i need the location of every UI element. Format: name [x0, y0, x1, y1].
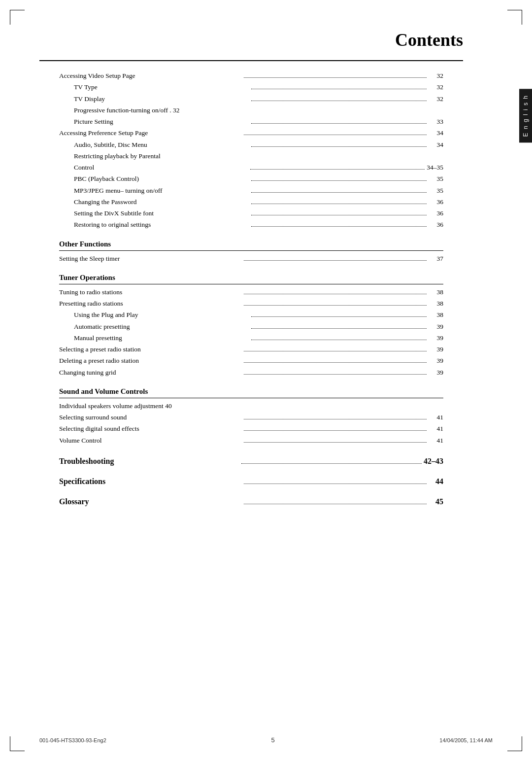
toc-page: 32 [429, 82, 443, 92]
toc-label: Manual presetting [74, 333, 249, 343]
toc-label: Troubleshooting [59, 455, 239, 467]
toc-item-restricting: Restricting playback by Parental [59, 151, 443, 161]
toc-page: 39 [429, 322, 443, 332]
toc-label: Setting the DivX Subtitle font [74, 208, 249, 218]
page-footer: 001-045-HTS3300-93-Eng2 5 14/04/2005, 11… [0, 736, 532, 744]
toc-dots [244, 305, 427, 306]
toc-item-divx: Setting the DivX Subtitle font 36 [59, 208, 443, 218]
toc-item-presetting: Presetting radio stations 38 [59, 299, 443, 309]
toc-label: Specifications [59, 476, 242, 487]
toc-item-control: Control 34–35 [59, 163, 443, 173]
toc-dots [244, 442, 427, 443]
toc-dots [244, 504, 427, 504]
toc-item-accessing-video: Accessing Video Setup Page 32 [59, 71, 443, 81]
toc-label: Restricting playback by Parental [74, 151, 443, 161]
toc-label: TV Type [74, 82, 249, 92]
toc-dots [251, 180, 427, 181]
toc-item-pbc: PBC (Playback Control) 35 [59, 174, 443, 184]
section-header-tuner: Tuner Operations [59, 274, 443, 284]
toc-content: Accessing Video Setup Page 32 TV Type 32… [39, 71, 493, 508]
toc-dots [251, 101, 427, 101]
toc-item-audio-subtitle: Audio, Subtitle, Disc Menu 34 [59, 140, 443, 150]
toc-item-volume-control: Volume Control 41 [59, 436, 443, 446]
toc-dots [251, 328, 427, 329]
toc-item-auto-presetting: Automatic presetting 39 [59, 322, 443, 332]
toc-section-video: Accessing Video Setup Page 32 TV Type 32… [59, 71, 443, 230]
toc-label: Tuning to radio stations [59, 287, 242, 297]
toc-dots [250, 169, 425, 170]
toc-page: 41 [429, 413, 443, 422]
toc-dots [244, 484, 427, 484]
toc-label: Picture Setting [74, 117, 249, 127]
footer-page-number: 5 [271, 736, 274, 744]
toc-dots [251, 340, 427, 340]
toc-page: 36 [429, 197, 443, 207]
toc-page: 37 [429, 254, 443, 264]
toc-dots [244, 77, 427, 78]
toc-label: TV Display [74, 94, 249, 104]
toc-item-delete-preset: Deleting a preset radio station 39 [59, 356, 443, 366]
toc-dots [251, 146, 427, 147]
toc-dots [244, 374, 427, 375]
toc-item-tuning-grid: Changing tuning grid 39 [59, 368, 443, 378]
toc-dots [251, 226, 427, 227]
toc-page: 36 [429, 208, 443, 218]
toc-label: Individual speakers volume adjustment 40 [59, 401, 443, 411]
toc-item-tv-type: TV Type 32 [59, 82, 443, 92]
toc-label: Progressive function-turning on/off . 32 [74, 105, 443, 115]
toc-item-sleep: Setting the Sleep timer 37 [59, 254, 443, 264]
toc-page: 38 [429, 299, 443, 309]
toc-dots [251, 316, 427, 317]
toc-dots [244, 351, 427, 351]
toc-page: 44 [429, 476, 443, 487]
toc-label: MP3/JPEG menu– turning on/off [74, 186, 249, 196]
corner-mark-tl [10, 10, 25, 25]
toc-label: Audio, Subtitle, Disc Menu [74, 140, 249, 150]
toc-label: Accessing Video Setup Page [59, 71, 242, 81]
toc-page: 38 [429, 287, 443, 297]
toc-page: 32 [429, 94, 443, 104]
toc-page: 35 [429, 186, 443, 196]
toc-label: Accessing Preference Setup Page [59, 128, 242, 138]
toc-label: Presetting radio stations [59, 299, 242, 309]
toc-dots [251, 89, 427, 89]
toc-page: 36 [429, 220, 443, 230]
toc-page: 45 [429, 496, 443, 508]
toc-page: 39 [429, 356, 443, 366]
toc-page: 38 [429, 310, 443, 320]
toc-item-tv-display: TV Display 32 [59, 94, 443, 104]
toc-dots [244, 294, 427, 294]
toc-item-plug-play: Using the Plug and Play 38 [59, 310, 443, 320]
toc-dots [244, 430, 427, 431]
toc-dots [244, 419, 427, 419]
section-header-sound: Sound and Volume Controls [59, 387, 443, 398]
toc-label: Restoring to original settings [74, 220, 249, 230]
toc-item-individual-speakers: Individual speakers volume adjustment 40 [59, 401, 443, 411]
toc-dots [241, 463, 422, 464]
toc-item-accessing-pref: Accessing Preference Setup Page 34 [59, 128, 443, 138]
toc-dots [251, 204, 427, 204]
toc-page: 41 [429, 424, 443, 434]
toc-item-digital-sound: Selecting digital sound effects 41 [59, 424, 443, 434]
toc-item-select-preset: Selecting a preset radio station 39 [59, 345, 443, 354]
footer-date: 14/04/2005, 11:44 AM [439, 737, 493, 743]
toc-section-other-functions: Other Functions Setting the Sleep timer … [59, 240, 443, 264]
toc-dots [251, 192, 427, 193]
toc-item-restoring: Restoring to original settings 36 [59, 220, 443, 230]
toc-section-bold-entries: Troubleshooting 42–43 Specifications 44 … [59, 455, 443, 508]
section-header-other-functions: Other Functions [59, 240, 443, 251]
toc-page: 34 [429, 128, 443, 138]
toc-section-tuner: Tuner Operations Tuning to radio station… [59, 274, 443, 378]
toc-label: Changing the Password [74, 197, 249, 207]
toc-label: Automatic presetting [74, 322, 249, 332]
corner-mark-tr [507, 10, 522, 25]
toc-label: Setting the Sleep timer [59, 254, 242, 264]
title-divider [39, 60, 463, 61]
toc-label: Selecting a preset radio station [59, 345, 242, 354]
language-tab: E n g l i s h [519, 89, 532, 142]
toc-section-sound: Sound and Volume Controls Individual spe… [59, 387, 443, 446]
toc-label: Selecting digital sound effects [59, 424, 242, 434]
toc-item-manual-presetting: Manual presetting 39 [59, 333, 443, 343]
toc-label: Glossary [59, 496, 242, 508]
toc-page: 42–43 [424, 455, 443, 467]
